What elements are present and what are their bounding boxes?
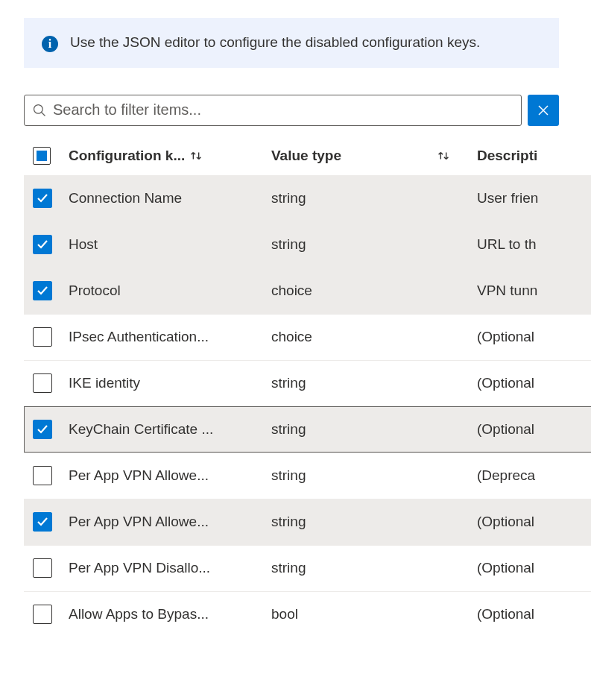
column-header-type-label: Value type xyxy=(271,148,341,164)
row-checkbox-cell xyxy=(33,373,69,393)
row-desc-cell: (Optional xyxy=(477,514,591,530)
row-key-cell: KeyChain Certificate ... xyxy=(69,421,271,438)
column-header-key[interactable]: Configuration k... xyxy=(69,148,271,164)
row-desc-cell: (Optional xyxy=(477,375,591,391)
row-checkbox[interactable] xyxy=(33,466,52,485)
row-desc-cell: (Optional xyxy=(477,606,591,622)
table-row[interactable]: IPsec Authentication...choice(Optional xyxy=(24,314,591,360)
row-checkbox-cell xyxy=(33,420,69,439)
config-keys-table: Configuration k... Value type Descripti … xyxy=(24,141,591,637)
row-key-text: Per App VPN Disallo... xyxy=(69,560,210,576)
row-checkbox-cell xyxy=(33,605,69,624)
row-key-cell: Connection Name xyxy=(69,190,271,206)
row-checkbox[interactable] xyxy=(33,189,52,208)
row-desc-cell: (Depreca xyxy=(477,467,591,484)
column-header-type[interactable]: Value type xyxy=(271,148,477,164)
row-desc-cell: URL to th xyxy=(477,236,591,253)
row-key-text: KeyChain Certificate ... xyxy=(69,421,213,438)
info-banner: Use the JSON editor to configure the dis… xyxy=(24,18,559,68)
row-checkbox[interactable] xyxy=(33,373,52,393)
table-row[interactable]: KeyChain Certificate ...string(Optional xyxy=(24,406,591,453)
search-row xyxy=(24,95,559,126)
search-icon xyxy=(32,103,47,118)
row-checkbox-cell xyxy=(33,512,69,532)
row-key-text: Per App VPN Allowe... xyxy=(69,467,209,484)
row-key-cell: Per App VPN Allowe... xyxy=(69,514,271,530)
row-key-text: Per App VPN Allowe... xyxy=(69,514,209,530)
row-type-cell: bool xyxy=(271,606,477,622)
sort-icon xyxy=(435,148,452,164)
row-checkbox[interactable] xyxy=(33,281,52,300)
select-all-checkbox[interactable] xyxy=(33,147,51,165)
row-checkbox-cell xyxy=(33,281,69,300)
sort-icon xyxy=(188,148,204,164)
row-key-text: Allow Apps to Bypas... xyxy=(69,606,209,622)
table-row[interactable]: Per App VPN Allowe...string(Optional xyxy=(24,499,591,545)
row-key-cell: Host xyxy=(69,236,271,253)
svg-line-1 xyxy=(42,112,45,116)
row-desc-cell: (Optional xyxy=(477,560,591,576)
select-all-cell xyxy=(33,147,69,165)
row-type-cell: choice xyxy=(271,283,477,299)
row-type-cell: string xyxy=(271,236,477,253)
row-checkbox-cell xyxy=(33,558,69,578)
row-type-cell: string xyxy=(271,421,477,438)
column-header-key-label: Configuration k... xyxy=(69,148,185,164)
row-desc-cell: User frien xyxy=(477,190,591,206)
row-checkbox[interactable] xyxy=(33,327,52,347)
row-type-cell: choice xyxy=(271,329,477,345)
table-row[interactable]: ProtocolchoiceVPN tunn xyxy=(24,268,591,314)
row-key-text: IKE identity xyxy=(69,375,140,391)
row-checkbox-cell xyxy=(33,327,69,347)
row-checkbox-cell xyxy=(33,235,69,254)
column-header-desc-label: Descripti xyxy=(477,148,537,163)
row-type-cell: string xyxy=(271,514,477,530)
row-key-text: IPsec Authentication... xyxy=(69,329,209,345)
svg-point-0 xyxy=(34,104,43,113)
search-input[interactable] xyxy=(53,101,513,119)
close-icon xyxy=(537,104,549,116)
row-key-cell: IKE identity xyxy=(69,375,271,391)
table-row[interactable]: Connection NamestringUser frien xyxy=(24,175,591,221)
row-key-cell: Per App VPN Disallo... xyxy=(69,560,271,576)
column-header-desc[interactable]: Descripti xyxy=(477,148,591,164)
table-row[interactable]: Allow Apps to Bypas...bool(Optional xyxy=(24,591,591,637)
table-row[interactable]: Per App VPN Disallo...string(Optional xyxy=(24,545,591,591)
row-type-cell: string xyxy=(271,190,477,206)
table-row[interactable]: HoststringURL to th xyxy=(24,221,591,268)
clear-search-button[interactable] xyxy=(528,95,559,126)
info-icon-wrap xyxy=(42,33,58,53)
row-checkbox[interactable] xyxy=(33,605,52,624)
row-type-cell: string xyxy=(271,375,477,391)
row-key-cell: IPsec Authentication... xyxy=(69,329,271,345)
row-key-text: Connection Name xyxy=(69,190,182,206)
row-key-cell: Allow Apps to Bypas... xyxy=(69,606,271,622)
row-type-cell: string xyxy=(271,467,477,484)
row-type-cell: string xyxy=(271,560,477,576)
row-key-cell: Per App VPN Allowe... xyxy=(69,467,271,484)
row-checkbox[interactable] xyxy=(33,558,52,578)
row-checkbox-cell xyxy=(33,466,69,485)
row-checkbox[interactable] xyxy=(33,420,52,439)
row-desc-cell: (Optional xyxy=(477,329,591,345)
row-checkbox-cell xyxy=(33,189,69,208)
table-row[interactable]: IKE identitystring(Optional xyxy=(24,360,591,406)
info-icon xyxy=(42,36,58,52)
row-checkbox[interactable] xyxy=(33,235,52,254)
table-row[interactable]: Per App VPN Allowe...string(Depreca xyxy=(24,453,591,499)
row-checkbox[interactable] xyxy=(33,512,52,532)
row-key-text: Host xyxy=(69,236,98,253)
table-body: Connection NamestringUser frienHoststrin… xyxy=(24,175,591,637)
table-header: Configuration k... Value type Descripti xyxy=(24,141,591,175)
search-box[interactable] xyxy=(24,95,522,126)
row-key-text: Protocol xyxy=(69,283,121,299)
row-desc-cell: (Optional xyxy=(477,421,591,438)
row-desc-cell: VPN tunn xyxy=(477,283,591,299)
row-key-cell: Protocol xyxy=(69,283,271,299)
info-banner-text: Use the JSON editor to configure the dis… xyxy=(70,33,480,53)
